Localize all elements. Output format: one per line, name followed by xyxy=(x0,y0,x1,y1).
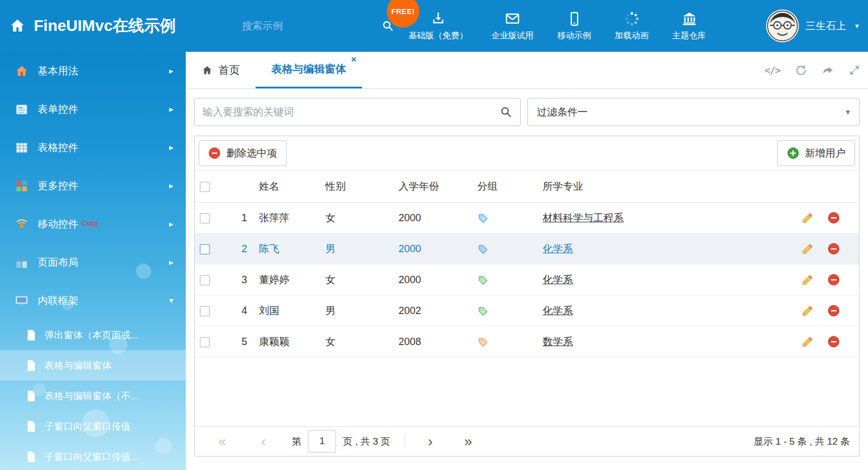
sidebar-item-page-layout[interactable]: 页面布局 ▸ xyxy=(0,243,186,281)
sidebar-item-form-controls[interactable]: 表单控件 ▸ xyxy=(0,90,186,128)
sidebar-item-inline-frame[interactable]: 内联框架 ▾ xyxy=(0,281,186,320)
delete-icon[interactable] xyxy=(827,305,840,317)
select-all-checkbox[interactable] xyxy=(200,182,210,192)
user-menu[interactable]: 三生石上 ▼ xyxy=(766,0,860,52)
cell-year: 2002 xyxy=(390,296,469,326)
mobile-icon xyxy=(567,11,582,26)
sidebar-item-basic-usage[interactable]: 基本用法 ▸ xyxy=(0,52,186,90)
add-user-button[interactable]: 新增用户 xyxy=(777,140,855,166)
sidebar-item-label: 页面布局 xyxy=(38,256,78,269)
delete-icon[interactable] xyxy=(827,212,840,224)
sidebar-item-mobile-controls[interactable]: 移动控件 Corp. ▸ xyxy=(0,205,186,243)
edit-icon[interactable] xyxy=(802,274,813,286)
edit-icon[interactable] xyxy=(802,212,813,224)
row-checkbox[interactable] xyxy=(200,306,210,316)
delete-icon[interactable] xyxy=(827,274,840,286)
nav-label: 移动示例 xyxy=(557,30,591,41)
nav-label: 企业版试用 xyxy=(491,30,534,41)
major-link[interactable]: 化学系 xyxy=(543,305,573,316)
sidebar-item-label: 表单控件 xyxy=(38,102,78,116)
grid-panel: 删除选中项 新增用户 姓名 性别 入学年份 分组 所学专业 xyxy=(194,136,860,456)
cell-gender: 男 xyxy=(317,296,390,326)
chevron-right-icon: ▸ xyxy=(169,257,173,267)
tag-icon xyxy=(477,306,489,317)
chevron-right-icon: ▸ xyxy=(169,104,173,114)
cell-name: 张萍萍 xyxy=(250,203,317,234)
edit-icon[interactable] xyxy=(802,243,813,255)
tab-label: 首页 xyxy=(218,63,240,78)
column-major: 所学专业 xyxy=(534,171,797,203)
column-year: 入学年份 xyxy=(390,171,469,203)
delete-icon[interactable] xyxy=(827,335,840,348)
nav-item-theme-store[interactable]: 主题仓库 xyxy=(672,11,706,41)
tab-grid-edit-window[interactable]: 表格与编辑窗体 × xyxy=(256,52,362,88)
tag-icon xyxy=(477,337,489,348)
row-checkbox[interactable] xyxy=(200,244,210,254)
sidebar-item-label: 移动控件 xyxy=(38,217,78,231)
header-search-input[interactable] xyxy=(242,20,373,32)
tab-home[interactable]: 首页 xyxy=(186,52,256,88)
fullscreen-icon[interactable] xyxy=(849,65,860,76)
table-icon xyxy=(15,141,29,155)
nav-label: 基础版（免费） xyxy=(409,30,468,41)
tag-icon xyxy=(477,275,489,286)
sidebar-item-label: 更多控件 xyxy=(38,179,78,193)
avatar xyxy=(766,10,799,42)
major-link[interactable]: 化学系 xyxy=(543,274,573,285)
sidebar-subitem-grid-edit-window[interactable]: 表格与编辑窗体 xyxy=(0,350,186,381)
sidebar-item-more-controls[interactable]: 更多控件 ▸ xyxy=(0,167,186,205)
nav-item-enterprise-trial[interactable]: 企业版试用 xyxy=(491,11,534,41)
search-icon[interactable] xyxy=(500,106,512,118)
page-last-button[interactable]: » xyxy=(464,435,472,449)
sidebar-subitem-child-to-parent-2[interactable]: 子窗口向父窗口传值... xyxy=(0,441,186,470)
brand[interactable]: FineUIMvc在线示例 xyxy=(9,0,176,52)
page-number-input[interactable] xyxy=(308,430,336,453)
nav-label: 主题仓库 xyxy=(672,30,706,41)
document-icon xyxy=(26,390,37,402)
minus-icon xyxy=(208,147,221,159)
page-next-button[interactable]: › xyxy=(428,435,432,449)
add-user-label: 新增用户 xyxy=(805,146,845,160)
page-prev-button[interactable]: ‹ xyxy=(261,435,266,449)
major-link[interactable]: 材料科学与工程系 xyxy=(543,212,624,223)
signal-icon xyxy=(15,217,29,231)
major-link[interactable]: 化学系 xyxy=(543,243,573,254)
header: FineUIMvc在线示例 FREE! 基础版（免费） 企业版试用 移动示例 xyxy=(0,0,868,52)
cell-index: 3 xyxy=(226,265,250,296)
app-title: FineUIMvc在线示例 xyxy=(34,15,176,37)
table-row[interactable]: 4 刘国 男 2002 化学系 xyxy=(195,296,859,326)
sidebar-subitem-grid-edit-window-2[interactable]: 表格与编辑窗体（不... xyxy=(0,381,186,411)
table-row[interactable]: 2 陈飞 男 2000 化学系 xyxy=(195,234,859,265)
edit-icon[interactable] xyxy=(802,336,813,348)
filter-dropdown[interactable]: 过滤条件一 ▾ xyxy=(527,98,860,126)
close-icon[interactable]: × xyxy=(351,55,356,64)
envelope-icon xyxy=(505,11,520,26)
delete-selected-button[interactable]: 删除选中项 xyxy=(199,140,287,166)
nav-item-mobile-demo[interactable]: 移动示例 xyxy=(557,11,591,41)
sidebar-subitem-popup-window[interactable]: 弹出窗体（本页面或... xyxy=(0,320,186,350)
plus-icon xyxy=(787,147,799,159)
refresh-icon[interactable] xyxy=(795,64,807,77)
cell-gender: 女 xyxy=(317,326,390,357)
blocks-icon xyxy=(15,179,29,193)
table-row[interactable]: 3 董婷婷 女 2000 化学系 xyxy=(195,265,859,296)
major-link[interactable]: 数学系 xyxy=(543,336,573,347)
nav-item-loading-animation[interactable]: 加载动画 xyxy=(615,11,648,41)
keyword-search-input[interactable] xyxy=(203,106,500,118)
share-icon[interactable] xyxy=(822,64,834,77)
table-row[interactable]: 5 康颖颖 女 2008 数学系 xyxy=(195,326,859,357)
pager-divider xyxy=(405,434,405,449)
delete-icon[interactable] xyxy=(827,243,840,255)
page-first-button[interactable]: « xyxy=(218,435,226,449)
row-checkbox[interactable] xyxy=(200,337,210,347)
row-checkbox[interactable] xyxy=(200,275,210,285)
column-edit xyxy=(797,171,823,203)
sidebar-subitem-child-to-parent[interactable]: 子窗口向父窗口传值 xyxy=(0,411,186,441)
edit-icon[interactable] xyxy=(802,305,813,317)
filter-row: 过滤条件一 ▾ xyxy=(194,98,860,126)
row-checkbox[interactable] xyxy=(200,213,210,223)
sidebar-item-table-controls[interactable]: 表格控件 ▸ xyxy=(0,128,186,167)
download-icon xyxy=(431,11,446,26)
code-view-icon[interactable]: </> xyxy=(764,65,780,76)
table-row[interactable]: 1 张萍萍 女 2000 材料科学与工程系 xyxy=(195,203,859,234)
